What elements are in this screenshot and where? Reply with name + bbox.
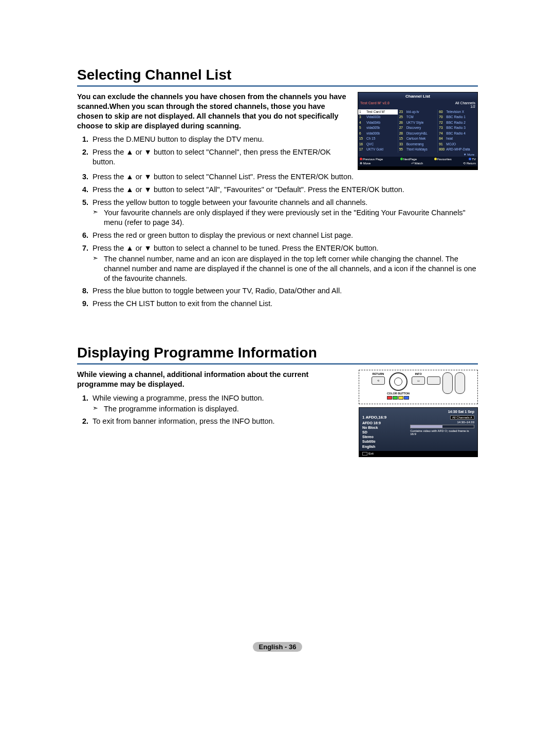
section-title: Selecting Channel List [77, 67, 478, 87]
step-6: Press the red or green button to display… [90, 231, 478, 240]
channel-row: 73BBC Radio 3 [438, 125, 477, 130]
channel-row: 26UKTV Style [398, 120, 438, 125]
channel-row: 91MOJO [438, 142, 477, 147]
channel-row: 16QVC [358, 142, 398, 147]
channel-row: 17UKTV Gold [358, 147, 398, 152]
info-right: 14:30~14:33 Contains video with AFD O; c… [410, 421, 474, 449]
dpad-icon [389, 372, 408, 391]
pi-step-1-note: The programme information is displayed. [92, 404, 351, 414]
step-7-note: The channel number, name and an icon are… [92, 254, 478, 284]
channel-row: 4Vida004b [358, 120, 398, 125]
channel-list-figure: Channel List Test Card M' v2.0 All Chann… [358, 92, 478, 170]
cl-table: 1Test Card M'3Vida003b4Vida004b5vida005b… [358, 109, 477, 153]
info-time: 14:30 Sat 1 Sep [362, 410, 474, 413]
channel-row: 6vida006b [358, 131, 398, 136]
channel-row: 15Ch 15 [358, 136, 398, 141]
pi-step-1: While viewing a programme, press the INF… [90, 393, 351, 414]
intro-text: You can exclude the channels you have ch… [77, 92, 350, 130]
remote-figure: RETURN ⟲ COLOR BUTTON INFO ▭ [359, 370, 478, 457]
anynet-button-icon [427, 376, 440, 385]
step-4: Press the ▲ or ▼ button to select "All",… [90, 185, 478, 195]
cl-subhead-left: Test Card M' v2.0 [360, 101, 390, 108]
progress-bar-icon [410, 425, 474, 428]
step-8: Press the blue button to toggle between … [90, 286, 478, 296]
channel-row: 23bid-up.tv [398, 109, 438, 115]
channel-row: 70BBC Radio 1 [438, 115, 477, 120]
step-1: Press the D.MENU button to display the D… [90, 135, 350, 144]
cl-more: ▼ More [358, 153, 477, 157]
channel-row: 27Discovery [398, 125, 438, 130]
step-7: Press the ▲ or ▼ button to select a chan… [90, 243, 478, 283]
channel-row: 800ARD-MHP-Data [438, 147, 477, 152]
cl-footer: Previous Page NextPage Favourites TV ✥ M… [358, 157, 477, 166]
step-2: Press the ▲ or ▼ button to select "Chann… [90, 147, 350, 167]
color-buttons-icon [387, 396, 409, 400]
channel-row: 1Test Card M' [358, 109, 398, 115]
pi-step-2: To exit from banner information, press t… [90, 417, 351, 426]
channel-row: 60Television X [438, 109, 477, 115]
step-3: Press the ▲ or ▼ button to select "Chann… [90, 172, 478, 182]
channel-row: 15Cartoon Nwk [398, 136, 438, 141]
info-channel: 1 AFDO,16:9 [362, 415, 386, 420]
info-desc: Contains video with AFD O; coded frame i… [410, 429, 474, 436]
channel-row: 55Ttext Holidays [398, 147, 438, 152]
channel-row: 33Boomerang [398, 142, 438, 147]
step-9: Press the CH LIST button to exit from th… [90, 299, 478, 309]
remote-color-label: COLOR BUTTON [387, 392, 410, 395]
channel-row: 74BBC Radio 4 [438, 131, 477, 136]
channel-row: 84heat [438, 136, 477, 141]
info-meta: AFDO 16:9No BlockSDStereoSubtitleEnglish [362, 421, 407, 449]
section-title-2: Displaying Programme Information [77, 345, 478, 365]
channel-row: 28DiscoveryH&L [398, 131, 438, 136]
info-panel: 14:30 Sat 1 Sep 1 AFDO,16:9 All Channels… [359, 407, 478, 457]
channel-row: 3Vida003b [358, 115, 398, 120]
intro-text-2: While viewing a channel, additional info… [77, 370, 351, 389]
info-button-icon: ▭ [412, 376, 425, 385]
remote-side-icon-2 [455, 372, 465, 394]
channel-row: 72BBC Radio 2 [438, 120, 477, 125]
return-button-icon: ⟲ [372, 376, 385, 385]
cl-title: Channel List [358, 92, 477, 100]
step-5: Press the yellow button to toggle betwee… [90, 198, 478, 228]
remote-info-label: INFO [415, 372, 422, 375]
section-selecting-channel-list: Selecting Channel List You can exclude t… [77, 67, 478, 309]
remote-return-label: RETURN [372, 372, 384, 375]
section-displaying-programme-info: Displaying Programme Information While v… [77, 345, 478, 457]
cl-subhead-right: All Channels 1/2 [455, 101, 475, 108]
remote-side-icon [442, 372, 453, 394]
page-footer: English - 36 [77, 642, 478, 652]
info-exit: Exit [359, 451, 477, 457]
channel-row: 25TCM [398, 115, 438, 120]
step-5-note: Your favourite channels are only display… [92, 208, 478, 228]
remote-anynet-label [433, 372, 434, 375]
channel-row: 5vida005b [358, 125, 398, 130]
info-badge: All Channels A [450, 415, 474, 420]
